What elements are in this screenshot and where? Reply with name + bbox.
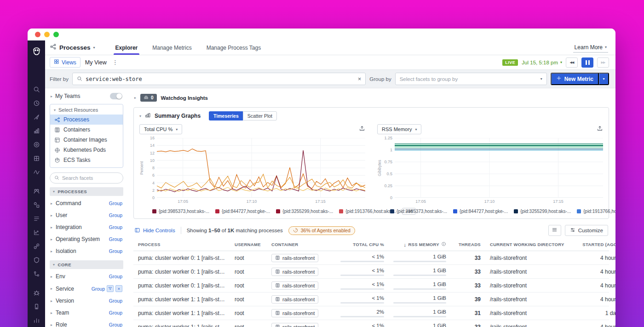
hide-controls-button[interactable]: Hide Controls bbox=[134, 227, 175, 234]
group-link[interactable]: Group bbox=[109, 274, 122, 279]
group-by-select[interactable]: Select facets to group by ▾ bbox=[395, 73, 547, 85]
facet-isolation[interactable]: ▸IsolationGroup bbox=[50, 245, 123, 257]
nav-mobile-button[interactable] bbox=[33, 303, 40, 312]
skip-forward-button[interactable]: ▶▶ bbox=[597, 57, 609, 68]
memory-timeseries-chart[interactable] bbox=[395, 138, 603, 198]
col-container[interactable]: CONTAINER bbox=[267, 241, 336, 247]
view-options-kebab-icon[interactable]: ⋮ bbox=[111, 59, 119, 66]
nav-infrastructure-button[interactable] bbox=[33, 155, 40, 164]
facet-user[interactable]: ▸UserGroup bbox=[50, 209, 123, 221]
nav-dashboards-button[interactable] bbox=[33, 127, 40, 136]
container-tag[interactable]: rails-storefront bbox=[271, 268, 318, 276]
facet-integration[interactable]: ▸IntegrationGroup bbox=[50, 221, 123, 233]
col-started[interactable]: STARTED (AGO) bbox=[575, 241, 615, 247]
chevron-right-icon[interactable]: ▸ bbox=[51, 94, 52, 98]
group-link[interactable]: Group bbox=[109, 201, 122, 206]
resource-kubernetes-pods[interactable]: Kubernetes Pods bbox=[50, 145, 123, 155]
legend-item[interactable]: {pid:844727,host:gke-... bbox=[215, 209, 270, 214]
facet-command[interactable]: ▸CommandGroup bbox=[50, 197, 123, 209]
tab-manage-metrics[interactable]: Manage Metrics bbox=[145, 40, 199, 55]
minimize-window-button[interactable] bbox=[44, 32, 50, 37]
table-row[interactable]: puma: cluster worker 1: 1 [rails-storefr… bbox=[133, 293, 609, 306]
export-icon[interactable] bbox=[597, 125, 603, 133]
resource-ecs-tasks[interactable]: ECS Tasks bbox=[50, 155, 123, 165]
nav-navigate-button[interactable] bbox=[33, 114, 40, 122]
product-switcher[interactable]: Processes ▾ bbox=[50, 43, 95, 52]
resource-containers[interactable]: Containers bbox=[50, 125, 123, 135]
table-row[interactable]: puma: cluster worker 1: 1 [rails-storefr… bbox=[133, 306, 609, 320]
container-tag[interactable]: rails-storefront bbox=[271, 323, 318, 327]
col-threads[interactable]: THREADS bbox=[451, 241, 485, 247]
nav-org-button[interactable] bbox=[33, 188, 40, 196]
legend-item[interactable]: {pid:3255299,host:aks-... bbox=[276, 209, 333, 214]
nav-history-button[interactable] bbox=[33, 100, 40, 109]
row-density-button[interactable] bbox=[548, 225, 561, 236]
group-link[interactable]: Group bbox=[92, 286, 105, 292]
table-row[interactable]: puma: cluster worker 0: 1 [rails-storefr… bbox=[133, 265, 609, 279]
group-link[interactable]: Group bbox=[109, 298, 122, 304]
group-link[interactable]: Group bbox=[109, 310, 122, 316]
pause-button[interactable] bbox=[581, 57, 593, 68]
info-icon[interactable] bbox=[441, 241, 446, 247]
clear-query-icon[interactable]: × bbox=[358, 75, 362, 82]
agents-enabled-badge[interactable]: 36% of Agents enabled bbox=[288, 226, 355, 235]
nav-apm-button[interactable] bbox=[33, 169, 40, 178]
tab-manage-process-tags[interactable]: Manage Process Tags bbox=[199, 40, 269, 55]
container-tag[interactable]: rails-storefront bbox=[271, 281, 318, 290]
table-row[interactable]: puma: cluster worker 0: 1 [rails-storefr… bbox=[133, 279, 609, 293]
zoom-window-button[interactable] bbox=[53, 32, 59, 37]
facet-operating-system[interactable]: ▸Operating SystemGroup bbox=[50, 233, 123, 245]
filter-funnel-button[interactable] bbox=[107, 285, 114, 292]
nav-profiling-button[interactable] bbox=[33, 317, 40, 326]
table-row[interactable]: puma: cluster worker 1: 1 [rails-storefr… bbox=[133, 320, 609, 327]
col-rss-memory[interactable]: ↓ RSS MEMORY bbox=[389, 241, 451, 247]
col-process[interactable]: PROCESS bbox=[133, 241, 230, 247]
table-row[interactable]: puma: cluster worker 0: 1 [rails-storefr… bbox=[133, 251, 609, 265]
nav-search-button[interactable] bbox=[33, 86, 40, 95]
cpu-metric-selector[interactable]: Total CPU % ▾ bbox=[139, 124, 182, 134]
col-username[interactable]: USERNAME bbox=[230, 241, 267, 247]
group-link[interactable]: Group bbox=[109, 236, 122, 242]
views-button[interactable]: Views bbox=[50, 57, 80, 68]
container-tag[interactable]: rails-storefront bbox=[271, 309, 318, 317]
nav-bug-button[interactable] bbox=[33, 289, 40, 298]
tab-explorer[interactable]: Explorer bbox=[108, 40, 145, 55]
nav-ci-button[interactable] bbox=[33, 270, 40, 279]
group-link[interactable]: Group bbox=[109, 212, 122, 218]
facet-service[interactable]: ▸ServiceGroup× bbox=[50, 282, 123, 295]
group-link[interactable]: Group bbox=[109, 322, 122, 327]
legend-item[interactable]: {pid:3255299,host:aks-... bbox=[514, 209, 571, 214]
facet-env[interactable]: ▸EnvGroup bbox=[50, 270, 123, 282]
col-cwd[interactable]: CURRENT WORKING DIRECTORY bbox=[485, 241, 575, 247]
legend-item[interactable]: {pid:3985373,host:aks-... bbox=[390, 209, 447, 214]
search-facets-input[interactable] bbox=[62, 175, 113, 181]
watchdog-insights-row[interactable]: ▸ 0 Watchdog Insights bbox=[133, 92, 609, 107]
new-metric-button[interactable]: New Metric bbox=[551, 73, 599, 85]
container-tag[interactable]: rails-storefront bbox=[271, 295, 318, 304]
group-link[interactable]: Group bbox=[109, 248, 122, 254]
nav-security-button[interactable] bbox=[33, 257, 40, 265]
nav-links-button[interactable] bbox=[33, 243, 40, 252]
skip-back-button[interactable]: ◀◀ bbox=[566, 57, 578, 68]
clear-filter-button[interactable]: × bbox=[115, 285, 122, 292]
resource-container-images[interactable]: Container Images bbox=[50, 135, 123, 145]
facet-section-core[interactable]: ▾CORE bbox=[50, 260, 123, 269]
cpu-timeseries-chart[interactable] bbox=[157, 138, 365, 198]
facet-team[interactable]: ▸TeamGroup bbox=[50, 307, 123, 319]
nav-watchdog-button[interactable] bbox=[33, 141, 40, 150]
customize-button[interactable]: Customize bbox=[565, 225, 608, 236]
facet-section-processes[interactable]: ▾PROCESSES bbox=[50, 187, 123, 196]
select-resources-header[interactable]: ▾ Select Resources bbox=[50, 106, 123, 115]
time-range-selector[interactable]: Jul 15, 5:18 pm ▾ bbox=[522, 60, 562, 65]
new-metric-dropdown[interactable]: ▾ bbox=[599, 73, 609, 85]
close-window-button[interactable] bbox=[35, 32, 40, 37]
nav-shapes-button[interactable] bbox=[33, 201, 40, 210]
scatter-plot-toggle[interactable]: Scatter Plot bbox=[243, 111, 277, 120]
memory-metric-selector[interactable]: RSS Memory ▾ bbox=[377, 124, 421, 134]
col-total-cpu[interactable]: TOTAL CPU % bbox=[336, 241, 389, 247]
export-icon[interactable] bbox=[359, 125, 365, 133]
facet-role[interactable]: ▸RoleGroup bbox=[50, 319, 123, 327]
datadog-logo[interactable] bbox=[32, 46, 41, 57]
nav-logs-button[interactable] bbox=[33, 215, 40, 224]
facet-version[interactable]: ▸VersionGroup bbox=[50, 295, 123, 307]
